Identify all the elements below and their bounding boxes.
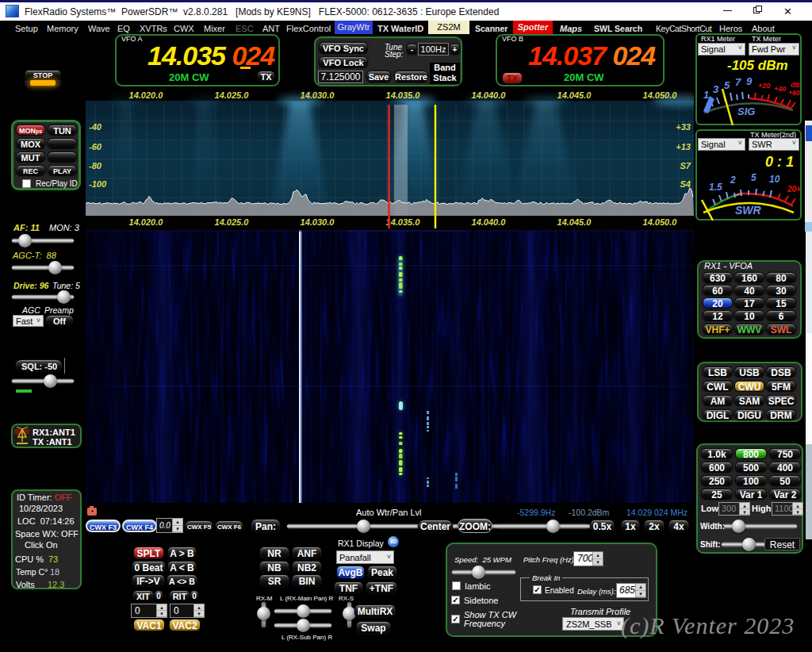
svg-text:1: 1 (703, 89, 709, 101)
svg-text:14.050.0: 14.050.0 (643, 90, 678, 100)
svg-text:14.050.0: 14.050.0 (643, 217, 678, 227)
svg-text:14.025.0: 14.025.0 (215, 217, 250, 227)
svg-text:-40: -40 (89, 122, 102, 132)
svg-text:20+: 20+ (787, 185, 801, 194)
svg-text:SIG: SIG (737, 105, 755, 117)
svg-text:+20: +20 (758, 82, 770, 90)
svg-text:dB: dB (791, 81, 799, 89)
svg-text:SWR: SWR (735, 204, 762, 217)
svg-text:1.5: 1.5 (709, 182, 722, 193)
svg-text:3: 3 (713, 83, 719, 95)
svg-text:7: 7 (735, 76, 741, 88)
svg-text:S4: S4 (680, 179, 691, 189)
svg-text:14.040.0: 14.040.0 (472, 217, 507, 227)
svg-text:14.020.0: 14.020.0 (129, 90, 164, 100)
svg-text:5: 5 (751, 173, 756, 183)
svg-text:14.025.0: 14.025.0 (215, 90, 250, 100)
svg-text:-80: -80 (89, 161, 102, 171)
svg-text:14.030.0: 14.030.0 (301, 90, 335, 100)
svg-text:9: 9 (746, 76, 753, 87)
svg-text:14.030.0: 14.030.0 (301, 217, 335, 227)
svg-text:+60: +60 (788, 89, 800, 97)
svg-text:10: 10 (769, 174, 780, 185)
svg-text:-60: -60 (89, 142, 102, 151)
svg-text:14.040.0: 14.040.0 (472, 90, 507, 100)
svg-text:+40: +40 (774, 85, 786, 93)
svg-text:14.045.0: 14.045.0 (557, 217, 592, 227)
svg-text:5: 5 (724, 79, 730, 91)
svg-text:14.035.0: 14.035.0 (386, 217, 421, 227)
svg-text:-100: -100 (89, 179, 107, 189)
svg-text:14.035.0: 14.035.0 (386, 90, 421, 100)
svg-text:2: 2 (730, 175, 736, 186)
svg-text:14.020.0: 14.020.0 (129, 217, 164, 227)
svg-text:14.045.0: 14.045.0 (557, 90, 592, 100)
svg-text:S7: S7 (680, 161, 691, 171)
svg-text:+33: +33 (676, 122, 691, 132)
svg-text:+13: +13 (676, 142, 691, 151)
